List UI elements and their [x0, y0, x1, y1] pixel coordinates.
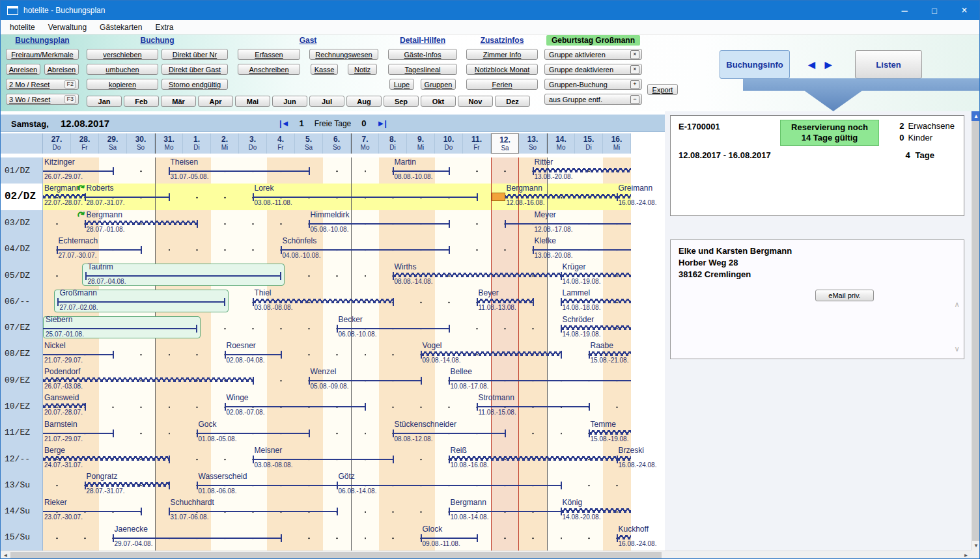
- booking-Wirths[interactable]: Wirths08.08.-14.08.: [393, 262, 561, 288]
- day-cell[interactable]: [127, 341, 155, 367]
- day-cell[interactable]: [575, 525, 603, 551]
- booking-Bergmann[interactable]: Bergmann12.08.-16.08.: [505, 184, 617, 210]
- erfassen-button[interactable]: Erfassen: [238, 49, 300, 60]
- booking-Kuckhoff[interactable]: Kuckhoff16.08.-24.08.: [617, 525, 632, 551]
- date-header-1.Di[interactable]: 1.Di: [183, 133, 211, 154]
- booking-Raabe[interactable]: Raabe15.08.-21.08.: [589, 341, 632, 367]
- date-header-6.So[interactable]: 6.So: [323, 133, 351, 154]
- day-cell[interactable]: [239, 210, 267, 236]
- room-label-03/DZ[interactable]: 03/DZ: [1, 210, 42, 236]
- day-cell[interactable]: [295, 341, 323, 367]
- room-label-01/DZ[interactable]: 01/DZ: [1, 157, 42, 184]
- room-label-07/EZ[interactable]: 07/EZ: [1, 315, 42, 341]
- booking-Jaenecke[interactable]: Jaenecke29.07.-04.08.: [113, 525, 281, 551]
- date-header-13.So[interactable]: 13.So: [519, 133, 547, 154]
- day-cell[interactable]: [155, 393, 183, 419]
- day-cell[interactable]: [155, 236, 183, 262]
- minimize-button[interactable]: ─: [889, 1, 919, 20]
- booking-König[interactable]: König14.08.-20.08.: [561, 498, 632, 524]
- day-cell[interactable]: [491, 315, 519, 341]
- booking-Rieker[interactable]: Rieker23.07.-30.07.: [43, 498, 141, 524]
- verschieben-button[interactable]: verschieben: [87, 49, 158, 60]
- day-cell[interactable]: [463, 157, 491, 184]
- booking-Wenzel[interactable]: Wenzel05.08.-09.08.: [309, 367, 421, 393]
- buchungsinfo-button[interactable]: Buchungsinfo: [720, 50, 790, 79]
- anreisen-button[interactable]: Anreisen: [6, 64, 40, 75]
- day-cell[interactable]: [183, 184, 211, 210]
- day-cell[interactable]: [183, 446, 211, 472]
- booking-Himmeldirk[interactable]: Himmeldirk05.08.-10.08.: [309, 210, 449, 236]
- scrollbar-up-button[interactable]: ▲: [972, 111, 980, 121]
- date-header-16.Mi[interactable]: 16.Mi: [603, 133, 631, 154]
- day-cell[interactable]: [323, 262, 351, 288]
- notiz-button[interactable]: Notiz: [348, 64, 377, 75]
- month-button-apr[interactable]: Apr: [198, 96, 233, 107]
- kopieren-button[interactable]: kopieren: [87, 79, 158, 90]
- booking-Ritter[interactable]: Ritter13.08.-20.08.: [533, 157, 632, 184]
- day-cell[interactable]: [99, 393, 127, 419]
- day-cell[interactable]: [43, 472, 71, 498]
- booking-Meisner[interactable]: Meisner03.08.-08.08.: [253, 446, 393, 472]
- day-cell[interactable]: [183, 393, 211, 419]
- day-cell[interactable]: [295, 262, 323, 288]
- booking-Wasserscheid[interactable]: Wasserscheid01.08.-06.08.: [197, 472, 337, 498]
- day-cell[interactable]: [603, 472, 631, 498]
- day-cell[interactable]: [239, 236, 267, 262]
- booking-Becker[interactable]: Becker06.08.-10.08.: [337, 315, 449, 341]
- scroll-down-icon[interactable]: ∨: [954, 344, 960, 353]
- nav-back-icon[interactable]: ◄: [805, 58, 818, 72]
- day-cell[interactable]: [211, 446, 239, 472]
- booking-Berge[interactable]: Berge24.07.-31.07.: [43, 446, 169, 472]
- day-cell[interactable]: [323, 341, 351, 367]
- day-cell[interactable]: [267, 210, 295, 236]
- booking-Reiß[interactable]: Reiß10.08.-16.08.: [449, 446, 617, 472]
- day-cell[interactable]: [547, 420, 575, 446]
- listen-button[interactable]: Listen: [855, 50, 922, 79]
- menu-item-verwaltung[interactable]: Verwaltung: [42, 23, 93, 32]
- menu-item-hotelite[interactable]: hotelite: [3, 23, 42, 32]
- booking-Krüger[interactable]: Krüger14.08.-19.08.: [561, 262, 632, 288]
- day-cell[interactable]: [603, 393, 631, 419]
- day-cell[interactable]: [351, 157, 379, 184]
- zimmer-info-button[interactable]: Zimmer Info: [466, 49, 538, 60]
- lupe-button[interactable]: Lupe: [389, 79, 414, 90]
- booking-Schönfels[interactable]: Schönfels04.08.-10.08.: [281, 236, 449, 262]
- booking-Martin[interactable]: Martin08.08.-10.08.: [393, 157, 449, 184]
- direkt-ueber-nr-button[interactable]: Direkt über Nr: [161, 49, 228, 60]
- date-header-8.Di[interactable]: 8.Di: [379, 133, 407, 154]
- month-button-okt[interactable]: Okt: [421, 96, 456, 107]
- day-cell[interactable]: [239, 315, 267, 341]
- freiraum-merkmale-button[interactable]: Freiraum/Merkmale: [6, 49, 79, 60]
- booking-Schuchhardt[interactable]: Schuchhardt31.07.-06.08.: [169, 498, 337, 524]
- day-cell[interactable]: [351, 341, 379, 367]
- date-header-27.Do[interactable]: 27.Do: [43, 133, 71, 154]
- room-label-04/DZ[interactable]: 04/DZ: [1, 236, 42, 262]
- close-button[interactable]: ×: [949, 1, 979, 20]
- abreisen-button[interactable]: Abreisen: [44, 64, 79, 75]
- booking-Glock[interactable]: Glock09.08.-11.08.: [421, 525, 477, 551]
- day-cell[interactable]: [351, 525, 379, 551]
- aus-gruppe-entfernen-button[interactable]: aus Gruppe entf. −: [544, 94, 642, 105]
- booking-Temme[interactable]: Temme15.08.-19.08.: [589, 420, 632, 446]
- room-label-12/--[interactable]: 12/--: [1, 446, 42, 472]
- month-button-mai[interactable]: Mai: [235, 96, 270, 107]
- day-cell[interactable]: [211, 184, 239, 210]
- room-label-06/--[interactable]: 06/--: [1, 288, 42, 314]
- booking-Gock[interactable]: Gock01.08.-05.08.: [197, 420, 309, 446]
- booking-Lorek[interactable]: Lorek03.08.-11.08.: [253, 184, 477, 210]
- day-cell[interactable]: [323, 157, 351, 184]
- day-cell[interactable]: [267, 315, 295, 341]
- day-cell[interactable]: [407, 393, 435, 419]
- first-day-icon[interactable]: |◄: [279, 118, 289, 128]
- day-cell[interactable]: [267, 367, 295, 393]
- date-header-5.Sa[interactable]: 5.Sa: [295, 133, 323, 154]
- day-cell[interactable]: [379, 498, 407, 524]
- day-cell[interactable]: [43, 525, 71, 551]
- day-cell[interactable]: [155, 420, 183, 446]
- scrollbar-down-button[interactable]: ▼: [972, 541, 980, 551]
- day-cell[interactable]: [323, 420, 351, 446]
- date-header-30.So[interactable]: 30.So: [127, 133, 155, 154]
- menu-item-extra[interactable]: Extra: [148, 23, 180, 32]
- room-label-11/EZ[interactable]: 11/EZ: [1, 420, 42, 446]
- day-cell[interactable]: [519, 420, 547, 446]
